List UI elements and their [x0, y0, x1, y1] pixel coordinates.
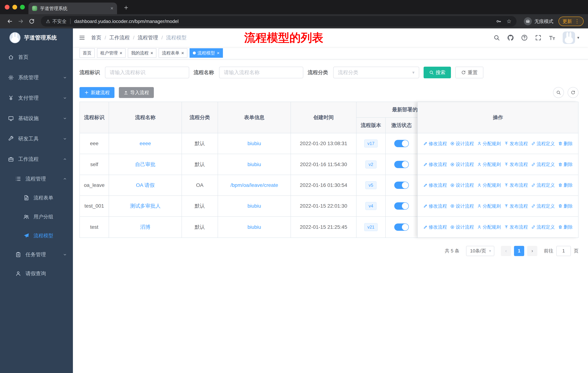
action-edit-link[interactable]: 修改流程 [423, 224, 447, 230]
app-logo[interactable]: 芋道管理系统 [0, 28, 73, 47]
process-category-select[interactable]: 流程分类 ▾ [333, 67, 419, 78]
form-link[interactable]: /bpm/oa/leave/create [230, 182, 278, 188]
back-button[interactable] [4, 16, 15, 27]
next-page-button[interactable]: › [527, 246, 537, 256]
sidebar-item-devtools[interactable]: 研发工具 [0, 129, 73, 149]
action-edit-link[interactable]: 修改流程 [423, 182, 447, 188]
import-process-button[interactable]: 导入流程 [119, 87, 154, 98]
action-definition-link[interactable]: 流程定义 [531, 182, 555, 188]
action-edit-link[interactable]: 修改流程 [423, 141, 447, 147]
action-design-link[interactable]: 设计流程 [450, 141, 474, 147]
form-link[interactable]: biubiu [248, 224, 261, 230]
form-link[interactable]: biubiu [248, 141, 261, 146]
action-design-link[interactable]: 设计流程 [450, 182, 474, 188]
sidebar-item-process-management[interactable]: 流程管理 [0, 169, 73, 188]
active-switch[interactable] [394, 161, 409, 168]
action-edit-link[interactable]: 修改流程 [423, 161, 447, 167]
sidebar-item-leave-query[interactable]: 请假查询 [0, 264, 73, 283]
action-publish-link[interactable]: 发布流程 [504, 182, 528, 188]
sidebar-item-payment[interactable]: 支付管理 [0, 88, 73, 108]
process-name-link[interactable]: eeee [140, 141, 151, 146]
address-bar[interactable]: ⚠ 不安全 dashboard.yudao.iocoder.cn/bpm/man… [41, 16, 516, 27]
font-size-icon[interactable] [549, 34, 555, 41]
action-design-link[interactable]: 设计流程 [450, 224, 474, 230]
process-name-link[interactable]: 自己审批 [135, 161, 156, 168]
sidebar-item-system[interactable]: 系统管理 [0, 67, 73, 88]
tag-close-icon[interactable]: × [150, 51, 153, 55]
new-tab-button[interactable] [121, 3, 131, 12]
action-publish-link[interactable]: 发布流程 [504, 224, 528, 230]
action-definition-link[interactable]: 流程定义 [531, 141, 555, 147]
tag-close-icon[interactable]: × [217, 51, 220, 55]
tag-close-icon[interactable]: × [181, 51, 184, 55]
goto-page-input[interactable] [556, 246, 571, 256]
user-avatar[interactable]: ▾ [563, 31, 579, 44]
active-switch[interactable] [394, 181, 409, 189]
search-button[interactable]: 搜索 [424, 67, 451, 78]
form-link[interactable]: biubiu [248, 161, 261, 167]
current-page-button[interactable]: 1 [514, 246, 524, 256]
sidebar-item-process-model[interactable]: 流程模型 [0, 226, 73, 245]
process-key-input[interactable] [105, 67, 189, 78]
tag-my-process[interactable]: 我的流程 × [128, 48, 156, 58]
breadcrumb-workflow[interactable]: 工作流程 [109, 34, 130, 41]
action-delete-link[interactable]: 删除 [558, 203, 573, 209]
refresh-table-button[interactable] [567, 87, 578, 98]
maximize-window-button[interactable] [20, 5, 25, 10]
sidebar-item-user-group[interactable]: 用户分组 [0, 207, 73, 226]
action-delete-link[interactable]: 删除 [558, 161, 573, 167]
tag-process-model[interactable]: 流程模型 × [189, 48, 223, 58]
github-icon[interactable] [507, 34, 514, 41]
action-design-link[interactable]: 设计流程 [450, 161, 474, 167]
sidebar-item-task-management[interactable]: 任务管理 [0, 245, 73, 264]
action-publish-link[interactable]: 发布流程 [504, 161, 528, 167]
tag-close-icon[interactable]: × [120, 51, 122, 55]
process-name-input[interactable] [219, 67, 303, 78]
breadcrumb-process-management[interactable]: 流程管理 [138, 34, 158, 41]
forward-button[interactable] [15, 16, 26, 27]
hamburger-menu-icon[interactable] [79, 34, 85, 41]
active-switch[interactable] [394, 202, 409, 210]
action-publish-link[interactable]: 发布流程 [504, 203, 528, 209]
active-switch[interactable] [394, 223, 409, 231]
sidebar-item-infrastructure[interactable]: 基础设施 [0, 108, 73, 129]
sidebar-item-home[interactable]: 首页 [0, 47, 73, 67]
action-assign-rule-link[interactable]: 分配规则 [477, 182, 501, 188]
search-icon[interactable] [494, 34, 500, 41]
tab-close-icon[interactable]: × [110, 6, 113, 11]
active-switch[interactable] [394, 140, 409, 147]
process-name-link[interactable]: 滔博 [140, 224, 150, 231]
action-delete-link[interactable]: 删除 [558, 182, 573, 188]
help-icon[interactable] [521, 34, 528, 41]
minimize-window-button[interactable] [12, 5, 17, 10]
prev-page-button[interactable]: ‹ [501, 246, 511, 256]
action-publish-link[interactable]: 发布流程 [504, 141, 528, 147]
action-edit-link[interactable]: 修改流程 [423, 203, 447, 209]
tag-tenant-management[interactable]: 租户管理 × [97, 48, 126, 58]
sidebar-item-process-form[interactable]: 流程表单 [0, 188, 73, 207]
process-name-link[interactable]: 测试多审批人 [130, 202, 161, 210]
password-key-icon[interactable] [496, 19, 501, 24]
tag-home[interactable]: 首页 [79, 48, 95, 58]
browser-tab[interactable]: 芋道管理系统 × [28, 2, 117, 14]
reset-button[interactable]: 重置 [455, 67, 483, 78]
sidebar-item-workflow[interactable]: 工作流程 [0, 149, 73, 169]
action-assign-rule-link[interactable]: 分配规则 [477, 203, 501, 209]
breadcrumb-home[interactable]: 首页 [91, 34, 101, 41]
process-name-link[interactable]: OA 请假 [136, 182, 155, 189]
update-chrome-button[interactable]: 更新 ⋮ [558, 17, 584, 26]
toggle-search-button[interactable] [553, 87, 564, 98]
action-assign-rule-link[interactable]: 分配规则 [477, 224, 501, 230]
page-size-select[interactable]: 10条/页 ▾ [466, 246, 494, 256]
action-delete-link[interactable]: 删除 [558, 141, 573, 147]
create-process-button[interactable]: 新建流程 [79, 87, 115, 98]
action-definition-link[interactable]: 流程定义 [531, 203, 555, 209]
browser-menu-icon[interactable]: ⋮ [575, 19, 580, 24]
tag-process-form[interactable]: 流程表单 × [158, 48, 187, 58]
action-design-link[interactable]: 设计流程 [450, 203, 474, 209]
action-definition-link[interactable]: 流程定义 [531, 224, 555, 230]
close-window-button[interactable] [5, 5, 10, 10]
action-delete-link[interactable]: 删除 [558, 224, 573, 230]
bookmark-star-icon[interactable]: ☆ [506, 19, 511, 24]
action-definition-link[interactable]: 流程定义 [531, 161, 555, 167]
